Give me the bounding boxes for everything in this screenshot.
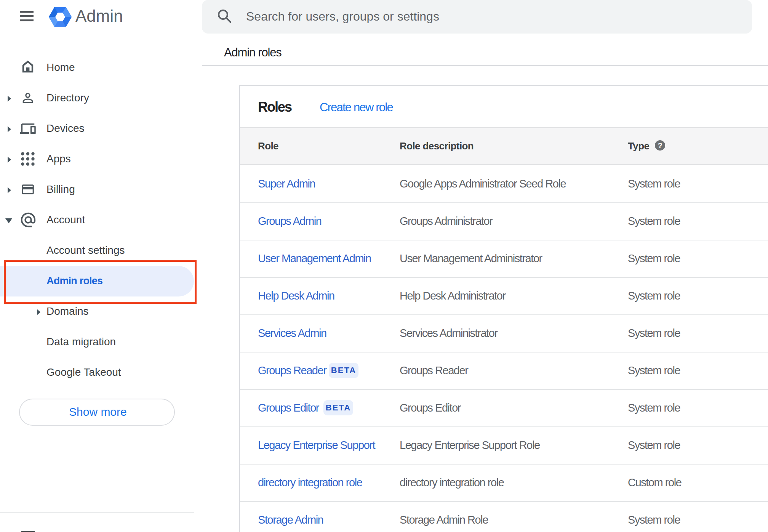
svg-text:?: ?	[658, 141, 662, 150]
